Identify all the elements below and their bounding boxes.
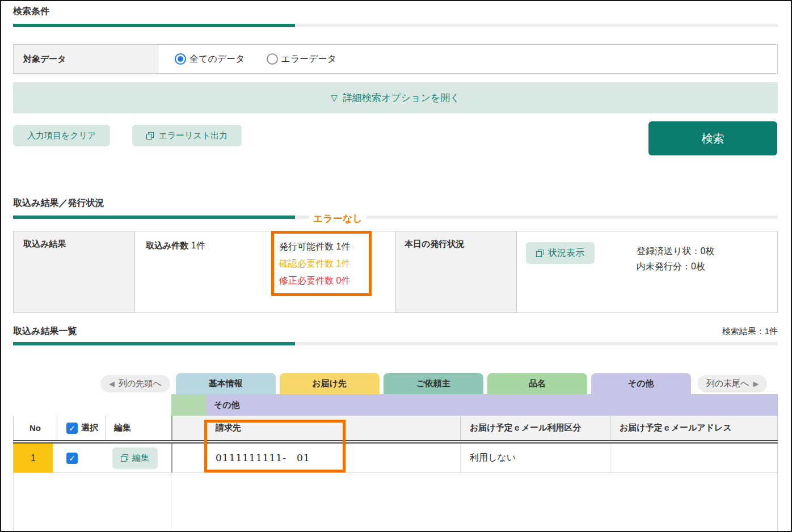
- search-button[interactable]: 検索: [648, 121, 777, 155]
- issuable-count-line: 発行可能件数 1件: [279, 238, 369, 255]
- header-spacer: [171, 416, 206, 440]
- advanced-search-accordion-label: 詳細検索オプションを開く: [343, 91, 460, 104]
- list-section-head: 取込み結果一覧 検索結果：1件: [13, 325, 778, 337]
- row-checkbox[interactable]: ✓: [66, 453, 78, 464]
- scroll-to-last-columns-button[interactable]: 列の末尾へ ▶: [698, 375, 768, 392]
- header-email-address: お届け予定ｅメールアドレス: [610, 416, 777, 440]
- today-issue-status-cell: 状況表示 登録済送り状：0枚 内未発行分：0枚: [517, 231, 777, 313]
- scroll-to-first-columns-label: 列の先頭へ: [119, 378, 162, 389]
- import-count-value: 1件: [191, 240, 205, 250]
- import-status-table: 取込み結果 取込み件数 1件 発行可能件数 1件 確認必要件数 1件 修正必要件…: [13, 231, 778, 313]
- arrow-left-icon: ◀: [109, 379, 115, 388]
- import-result-section: 取込み結果／発行状況 エラーなし 取込み結果 取込み件数 1件 発行可能件数 1…: [13, 197, 778, 313]
- error-list-output-button[interactable]: エラーリスト出力: [132, 125, 242, 146]
- list-section-title: 取込み結果一覧: [13, 326, 77, 337]
- table-row: 1 ✓ 編集 0111111111- 01 利用しない: [13, 444, 778, 473]
- row-select-cell: ✓: [57, 444, 106, 472]
- tab-item-name[interactable]: 品名: [487, 373, 587, 394]
- advanced-search-accordion[interactable]: ▽ 詳細検索オプションを開く: [13, 82, 778, 113]
- column-group-tabs: ◀ 列の先頭へ 基本情報 お届け先 ご依頼主 品名 その他 列の末尾へ ▶: [13, 373, 778, 394]
- status-display-button[interactable]: 状況表示: [526, 242, 595, 264]
- today-issue-status-label: 本日の発行状況: [395, 231, 517, 313]
- registered-labels-line: 登録済送り状：0枚: [637, 243, 714, 259]
- triangle-down-icon: ▽: [331, 93, 338, 103]
- header-no: No: [14, 416, 57, 440]
- fix-needed-count-line: 修正必要件数 0件: [279, 272, 369, 289]
- window-icon: [536, 250, 544, 257]
- section-underline: [13, 216, 778, 219]
- result-list-table: その他 No ✓ 選択 編集 請求先 お届け予定ｅメール利用区分 お届け予定ｅメ…: [13, 394, 778, 531]
- scroll-to-first-columns-button[interactable]: ◀ 列の先頭へ: [100, 375, 170, 392]
- row-spacer: [171, 444, 206, 472]
- tab-sender[interactable]: ご依頼主: [384, 373, 483, 394]
- header-edit: 編集: [106, 416, 171, 440]
- window-icon: [121, 454, 128, 462]
- band-spacer: [13, 394, 171, 416]
- import-result-section-title: 取込み結果／発行状況: [13, 197, 778, 209]
- import-count-cell: 取込み件数 1件: [135, 231, 271, 313]
- column-group-band: その他: [13, 394, 778, 416]
- list-header-row: No ✓ 選択 編集 請求先 お届け予定ｅメール利用区分 お届け予定ｅメールアド…: [13, 416, 778, 440]
- app-page: 検索条件 対象データ 全てのデータ エラーデータ ▽ 詳細検索オプションを開く …: [0, 0, 792, 532]
- header-select-label: 選択: [81, 423, 98, 433]
- band-other-group-header: その他: [206, 394, 778, 416]
- radio-option-all-data[interactable]: 全てのデータ: [175, 53, 245, 65]
- clear-inputs-button[interactable]: 入力項目をクリア: [13, 125, 110, 146]
- row-number-cell: 1: [14, 444, 57, 472]
- tab-basic-info[interactable]: 基本情報: [176, 373, 276, 394]
- highlight-box-counts: 発行可能件数 1件 確認必要件数 1件 修正必要件数 0件: [271, 231, 372, 296]
- search-actions-row: 入力項目をクリア エラーリスト出力 検索: [13, 123, 778, 157]
- error-list-output-button-label: エラーリスト出力: [158, 130, 228, 141]
- target-data-row: 対象データ 全てのデータ エラーデータ: [13, 44, 778, 74]
- row-billing-value: 0111111111- 01: [206, 444, 460, 472]
- row-email-address-value: [610, 444, 777, 472]
- edit-button-label: 編集: [132, 453, 149, 463]
- search-result-count: 検索結果：1件: [722, 326, 778, 337]
- clear-inputs-button-label: 入力項目をクリア: [27, 130, 96, 141]
- section-underline-fill: [13, 24, 295, 27]
- issue-stats: 登録済送り状：0枚 内未発行分：0枚: [637, 242, 714, 274]
- section-underline: [13, 342, 778, 345]
- radio-option-error-data[interactable]: エラーデータ: [267, 53, 337, 65]
- window-icon: [146, 132, 154, 140]
- section-underline-fill: [13, 216, 295, 219]
- list-empty-fixed-columns: [14, 473, 171, 531]
- list-empty-area: [13, 473, 778, 531]
- select-all-checkbox[interactable]: ✓: [66, 423, 78, 434]
- target-data-options: 全てのデータ エラーデータ: [158, 45, 777, 73]
- tab-other[interactable]: その他: [591, 373, 691, 394]
- radio-label-error-data: エラーデータ: [281, 53, 337, 65]
- section-underline-fill: [13, 342, 295, 345]
- band-green-cell: [171, 394, 206, 416]
- radio-icon-error-data[interactable]: [267, 53, 278, 65]
- header-billing: 請求先: [206, 416, 460, 440]
- header-email-usage: お届け予定ｅメール利用区分: [460, 416, 610, 440]
- import-result-label: 取込み結果: [14, 231, 135, 313]
- row-edit-cell: 編集: [106, 444, 171, 472]
- arrow-right-icon: ▶: [753, 379, 759, 388]
- section-underline: [13, 24, 778, 27]
- row-number-badge: 1: [14, 444, 53, 472]
- scroll-to-last-columns-label: 列の末尾へ: [706, 378, 749, 389]
- search-section-title: 検索条件: [13, 6, 778, 17]
- row-email-usage-value: 利用しない: [460, 444, 610, 472]
- confirm-needed-count-line: 確認必要件数 1件: [279, 255, 369, 272]
- unissued-labels-line: 内未発行分：0枚: [637, 259, 714, 274]
- tab-delivery-address[interactable]: お届け先: [280, 373, 380, 394]
- count-detail-cell: 発行可能件数 1件 確認必要件数 1件 修正必要件数 0件: [271, 231, 395, 313]
- target-data-label: 対象データ: [14, 45, 158, 73]
- import-count-label: 取込み件数: [146, 240, 188, 250]
- header-select: ✓ 選択: [57, 416, 106, 440]
- edit-button[interactable]: 編集: [112, 447, 158, 469]
- radio-label-all-data: 全てのデータ: [189, 53, 245, 65]
- status-display-button-label: 状況表示: [548, 247, 584, 259]
- radio-icon-all-data[interactable]: [175, 53, 186, 65]
- no-error-annotation: エラーなし: [309, 212, 366, 225]
